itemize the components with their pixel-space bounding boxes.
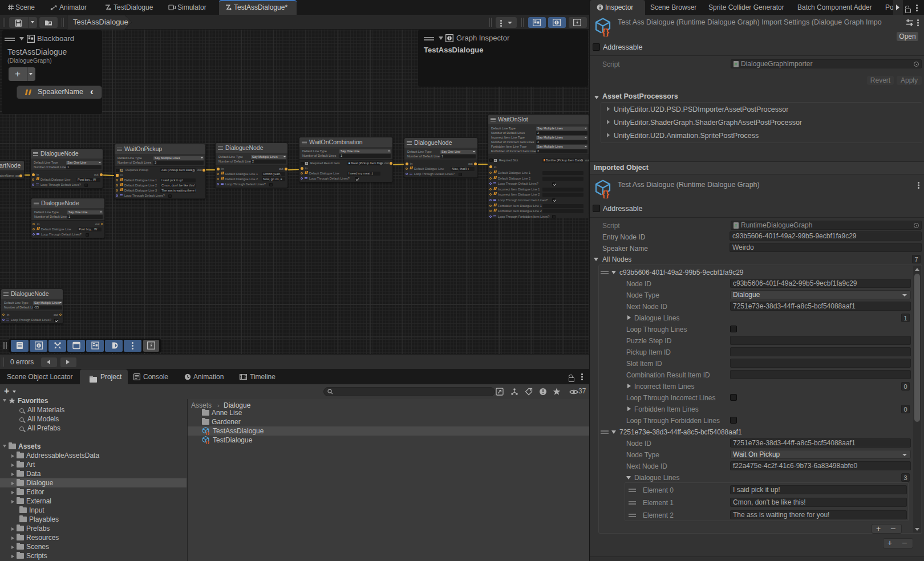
svg-text:{}: {}	[602, 189, 609, 198]
svg-text:{}: {}	[602, 27, 609, 36]
svg-text:{}: {}	[206, 430, 209, 435]
svg-text:{}: {}	[206, 440, 209, 444]
